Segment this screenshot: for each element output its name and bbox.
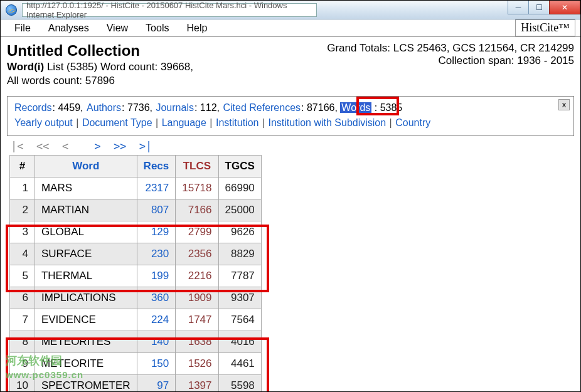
table-row: 5THERMAL19922167787 [10, 265, 262, 287]
nav-summary-box: x Records: 4459, Authors: 7736, Journals… [7, 96, 574, 136]
list-info-line2: All words count: 57896 [7, 75, 193, 87]
row-tlcs: 1909 [176, 287, 218, 309]
row-tlcs: 15718 [176, 177, 218, 199]
row-word[interactable]: SPECTROMETER [35, 375, 137, 393]
col-recs[interactable]: Recs [144, 160, 169, 172]
row-index: 4 [10, 243, 35, 265]
row-tlcs: 7166 [176, 199, 218, 221]
page-title: Untitled Collection [7, 42, 193, 60]
row-word[interactable]: MARTIAN [35, 199, 137, 221]
minimize-button[interactable]: ─ [508, 1, 529, 14]
row-recs[interactable]: 360 [137, 287, 176, 309]
row-word[interactable]: EVIDENCE [35, 309, 137, 331]
pager-first: |< [11, 140, 23, 152]
grand-totals: Grand Totals: LCS 25463, GCS 121564, CR … [327, 42, 574, 55]
row-index: 7 [10, 309, 35, 331]
link-document-type[interactable]: Document Type [82, 117, 153, 128]
row-index: 9 [10, 353, 35, 375]
row-tgcs: 5598 [218, 375, 261, 393]
link-country[interactable]: Country [395, 117, 431, 128]
row-tgcs: 4461 [218, 353, 261, 375]
menu-file[interactable]: File [6, 21, 40, 36]
row-tlcs: 2356 [176, 243, 218, 265]
table-row: 4SURFACE23023568829 [10, 243, 262, 265]
pager-nextnext[interactable]: >> [114, 140, 126, 152]
row-tlcs: 1526 [176, 353, 218, 375]
table-row: 1MARS23171571866990 [10, 177, 262, 199]
col-word[interactable]: Word [72, 160, 99, 172]
pager-next[interactable]: > [94, 140, 100, 152]
row-tgcs: 4016 [218, 331, 261, 353]
row-index: 8 [10, 331, 35, 353]
row-tlcs: 1397 [176, 375, 218, 393]
row-word[interactable]: METEORITES [35, 331, 137, 353]
row-tgcs: 7564 [218, 309, 261, 331]
menu-help[interactable]: Help [178, 21, 216, 36]
brand-label: HistCite™ [515, 19, 575, 36]
row-index: 5 [10, 265, 35, 287]
words-table: # Word Recs TLCS TGCS 1MARS2317157186699… [9, 155, 262, 392]
col-tgcs: TGCS [218, 156, 261, 177]
menu-tools[interactable]: Tools [137, 21, 178, 36]
row-index: 10 [10, 375, 35, 393]
table-row: 8METEORITES14016384016 [10, 331, 262, 353]
list-info-line1: Word(i) List (5385) Word count: 39668, [7, 61, 193, 73]
row-recs[interactable]: 224 [137, 309, 176, 331]
row-word[interactable]: THERMAL [35, 265, 137, 287]
link-yearly-output[interactable]: Yearly output [14, 117, 73, 128]
row-index: 2 [10, 199, 35, 221]
row-recs[interactable]: 199 [137, 265, 176, 287]
row-recs[interactable]: 230 [137, 243, 176, 265]
address-bar[interactable]: http://127.0.0.1:1925/ - HistCite - 2015… [22, 3, 317, 17]
ie-icon [6, 4, 17, 16]
row-index: 1 [10, 177, 35, 199]
row-tgcs: 25000 [218, 199, 261, 221]
row-tgcs: 9626 [218, 221, 261, 243]
row-word[interactable]: MARS [35, 177, 137, 199]
close-button[interactable]: ✕ [549, 1, 580, 14]
row-tlcs: 1747 [176, 309, 218, 331]
link-institution[interactable]: Institution [215, 117, 259, 128]
row-recs[interactable]: 140 [137, 331, 176, 353]
link-journals[interactable]: Journals [155, 102, 194, 113]
link-institution-subdivision[interactable]: Institution with Subdivision [268, 117, 387, 128]
content-area: Untitled Collection Word(i) List (5385) … [1, 37, 580, 392]
table-row: 3GLOBAL12927999626 [10, 221, 262, 243]
navbox-close-button[interactable]: x [558, 99, 570, 110]
row-word[interactable]: SURFACE [35, 243, 137, 265]
row-recs[interactable]: 150 [137, 353, 176, 375]
row-recs[interactable]: 129 [137, 221, 176, 243]
row-recs[interactable]: 807 [137, 199, 176, 221]
row-word[interactable]: METEORITE [35, 353, 137, 375]
row-tgcs: 66990 [218, 177, 261, 199]
menu-analyses[interactable]: Analyses [40, 21, 98, 36]
link-records[interactable]: Records [14, 102, 53, 113]
maximize-button[interactable]: ☐ [528, 1, 550, 14]
row-word[interactable]: IMPLICATIONS [35, 287, 137, 309]
link-language[interactable]: Language [161, 117, 207, 128]
url-text: http://127.0.0.1:1925/ - HistCite - 2015… [26, 1, 312, 19]
row-recs[interactable]: 2317 [137, 177, 176, 199]
window-titlebar: http://127.0.0.1:1925/ - HistCite - 2015… [1, 1, 580, 19]
table-row: 2MARTIAN807716625000 [10, 199, 262, 221]
pager: |< << < > >> >| [11, 140, 574, 152]
menu-bar: File Analyses View Tools Help HistCite™ [1, 19, 580, 37]
link-cited-references[interactable]: Cited References [222, 102, 301, 113]
table-row: 10SPECTROMETER9713975598 [10, 375, 262, 393]
row-tgcs: 7787 [218, 265, 261, 287]
row-index: 6 [10, 287, 35, 309]
col-tlcs[interactable]: TLCS [183, 160, 211, 172]
row-tlcs: 2216 [176, 265, 218, 287]
row-word[interactable]: GLOBAL [35, 221, 137, 243]
pager-last[interactable]: >| [139, 140, 152, 152]
row-recs[interactable]: 97 [137, 375, 176, 393]
pager-prevprev: << [36, 140, 49, 152]
menu-view[interactable]: View [98, 21, 137, 36]
row-tlcs: 2799 [176, 221, 218, 243]
link-authors[interactable]: Authors [86, 102, 122, 113]
pager-prev: < [62, 140, 68, 152]
table-row: 7EVIDENCE22417477564 [10, 309, 262, 331]
row-tlcs: 1638 [176, 331, 218, 353]
table-row: 9METEORITE15015264461 [10, 353, 262, 375]
link-words[interactable]: Words [340, 102, 371, 113]
